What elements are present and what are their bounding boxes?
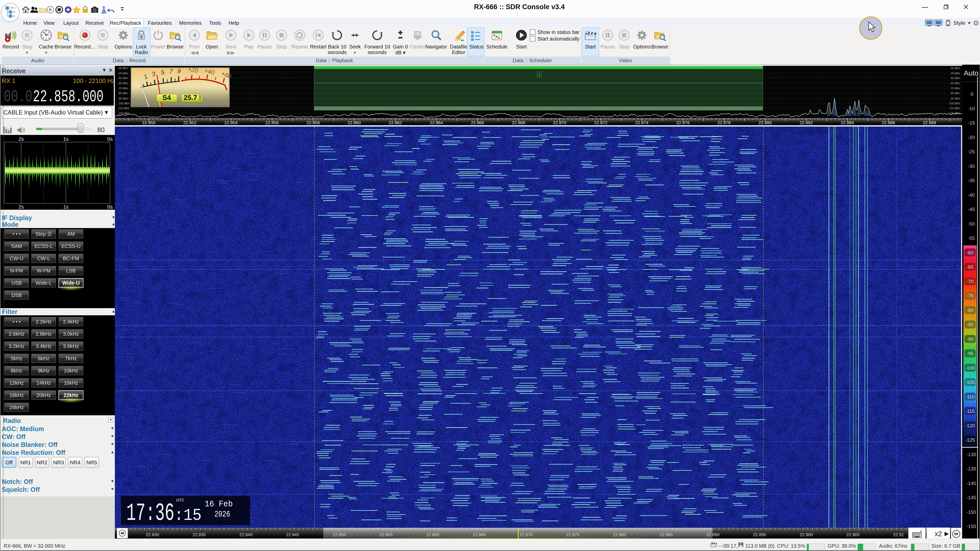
svg-text:-100: -100 — [965, 365, 975, 371]
svg-text:-90: -90 — [966, 337, 974, 342]
svg-text:Auto: Auto — [964, 69, 978, 77]
svg-text:-145: -145 — [966, 495, 976, 500]
svg-text:22.852: 22.852 — [183, 121, 197, 125]
svg-text:22.870: 22.870 — [520, 532, 533, 537]
svg-text:22.858.000: 22.858.000 — [33, 87, 103, 105]
svg-text:22.854: 22.854 — [224, 121, 238, 125]
svg-text:22.835: 22.835 — [192, 532, 206, 537]
svg-text:22.845: 22.845 — [286, 532, 299, 537]
svg-text:-95: -95 — [966, 351, 974, 356]
svg-text:22.900: 22.900 — [800, 532, 813, 537]
svg-text:-10: -10 — [968, 106, 975, 111]
svg-text:22.850: 22.850 — [142, 121, 156, 125]
svg-text:-15: -15 — [968, 120, 975, 125]
svg-text:-40: -40 — [968, 192, 975, 198]
svg-text:22.858: 22.858 — [307, 121, 320, 125]
svg-text:-100 dBm: -100 dBm — [948, 102, 960, 105]
svg-text:-5: -5 — [969, 91, 974, 97]
svg-text:Style: Style — [953, 20, 966, 26]
svg-text:-50: -50 — [968, 221, 975, 227]
svg-text:22.864: 22.864 — [430, 121, 443, 125]
svg-text:22.880: 22.880 — [759, 121, 772, 125]
svg-text:-105: -105 — [965, 380, 975, 385]
svg-text:-50 dBm: -50 dBm — [950, 76, 960, 79]
svg-text:22.895: 22.895 — [753, 532, 767, 537]
svg-text:22.860: 22.860 — [348, 121, 361, 125]
svg-text:22.870: 22.870 — [553, 121, 566, 125]
svg-text:1s: 1s — [63, 136, 68, 142]
svg-text:-150: -150 — [966, 510, 976, 515]
svg-text:22.850: 22.850 — [333, 532, 346, 537]
svg-text:-60 dBm: -60 dBm — [950, 82, 960, 85]
svg-text:-45: -45 — [968, 206, 975, 212]
svg-text:-30: -30 — [968, 164, 975, 169]
svg-text:-40 dBm: -40 dBm — [118, 72, 128, 75]
svg-text:0s: 0s — [107, 204, 113, 210]
svg-text:22.880: 22.880 — [613, 532, 626, 537]
svg-text:0s: 0s — [107, 136, 113, 142]
svg-text:22.862: 22.862 — [389, 121, 402, 125]
svg-text:-80 dBm: -80 dBm — [118, 92, 128, 95]
svg-text:-110 dBm: -110 dBm — [118, 106, 129, 110]
svg-text:22.860: 22.860 — [426, 532, 439, 537]
svg-text:-110 dBm: -110 dBm — [948, 106, 960, 110]
svg-text:17:36: 17:36 — [126, 499, 174, 527]
svg-text:22.875: 22.875 — [566, 532, 579, 537]
svg-text:-120: -120 — [965, 423, 975, 428]
svg-text:-90 dBm: -90 dBm — [118, 97, 128, 100]
svg-text:1: 1 — [538, 73, 540, 77]
svg-text:-110: -110 — [966, 394, 975, 400]
svg-text:22.874: 22.874 — [635, 121, 649, 125]
svg-text:-70 dBm: -70 dBm — [950, 87, 960, 90]
svg-text:-50 dBm: -50 dBm — [118, 76, 128, 79]
svg-text:+20: +20 — [187, 65, 199, 74]
svg-text:S4: S4 — [162, 94, 171, 102]
svg-text::15: :15 — [174, 507, 202, 525]
svg-text:-115: -115 — [966, 408, 975, 414]
svg-text:2026: 2026 — [215, 510, 230, 519]
svg-text:00.0: 00.0 — [4, 87, 32, 105]
svg-text:-70: -70 — [966, 279, 974, 284]
svg-text:9: 9 — [177, 68, 181, 75]
svg-text:-120 dBm: -120 dBm — [118, 112, 130, 115]
svg-text:22.878: 22.878 — [718, 121, 731, 125]
svg-text:-100 dBm: -100 dBm — [118, 102, 130, 105]
svg-text:-30 dBm: -30 dBm — [118, 67, 128, 70]
svg-text:-130: -130 — [966, 452, 976, 457]
svg-text:2s: 2s — [18, 136, 24, 142]
svg-text:-80: -80 — [966, 308, 974, 313]
svg-text:-60: -60 — [966, 250, 974, 256]
svg-text:22.882: 22.882 — [800, 121, 813, 125]
svg-text:22.91: 22.91 — [893, 532, 904, 537]
svg-text:22.866: 22.866 — [471, 121, 484, 125]
svg-text:22.840: 22.840 — [239, 532, 253, 537]
svg-text:-125: -125 — [965, 437, 975, 443]
svg-text:22.855: 22.855 — [380, 532, 393, 537]
svg-text:22.868: 22.868 — [512, 121, 525, 125]
svg-text:-85: -85 — [966, 322, 974, 327]
svg-text:22.890: 22.890 — [706, 532, 720, 537]
svg-text:-55: -55 — [968, 235, 975, 241]
svg-text:22.876: 22.876 — [676, 121, 690, 125]
svg-text:-40 dBm: -40 dBm — [950, 72, 960, 75]
svg-text:-80 dBm: -80 dBm — [950, 92, 960, 95]
svg-text:-135: -135 — [966, 466, 976, 472]
svg-text:16 Feb: 16 Feb — [205, 499, 233, 509]
svg-text:-35: -35 — [968, 178, 975, 183]
svg-text:22.830: 22.830 — [146, 532, 159, 537]
svg-text:22.885: 22.885 — [660, 532, 673, 537]
svg-text:-60 dBm: -60 dBm — [118, 82, 128, 85]
svg-text:2s: 2s — [18, 204, 24, 210]
svg-text:22.888: 22.888 — [923, 121, 936, 125]
svg-text:-75: -75 — [966, 293, 974, 299]
svg-text:-90 dBm: -90 dBm — [950, 97, 960, 100]
svg-text:-25: -25 — [968, 149, 975, 154]
svg-text:-140: -140 — [966, 481, 976, 486]
svg-text:22.886: 22.886 — [882, 121, 895, 125]
svg-text:22.905: 22.905 — [846, 532, 860, 537]
svg-text:-70 dBm: -70 dBm — [118, 87, 128, 90]
svg-text:-20: -20 — [968, 135, 975, 140]
svg-text:1s: 1s — [63, 204, 68, 210]
svg-text:22.872: 22.872 — [594, 121, 608, 125]
svg-text:-65: -65 — [966, 264, 974, 270]
